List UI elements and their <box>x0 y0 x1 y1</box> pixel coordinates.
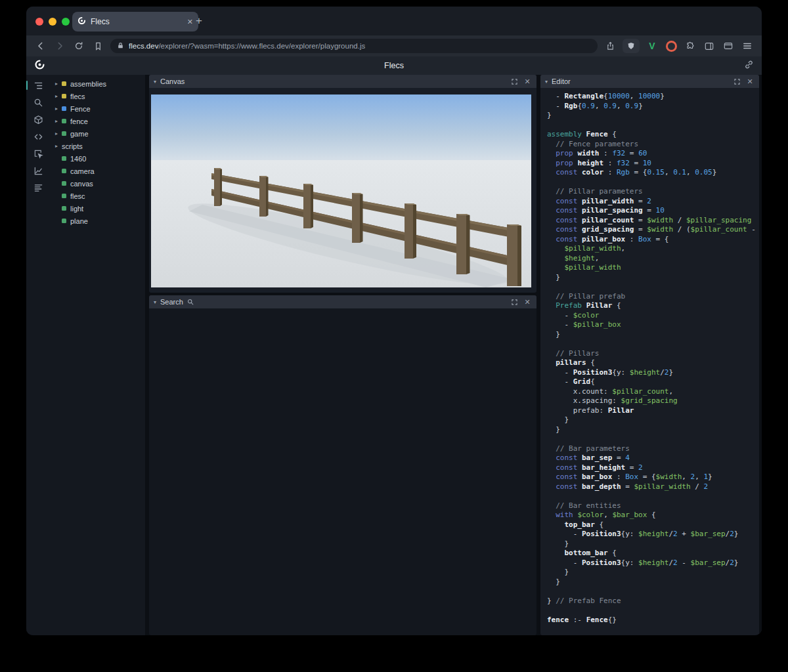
code-line: } <box>547 111 759 121</box>
url-path: /explorer/?wasm=https://www.flecs.dev/ex… <box>158 42 365 50</box>
tree-item-Fence[interactable]: ▸Fence <box>50 102 145 115</box>
forward-button[interactable] <box>53 39 66 52</box>
tree-chevron-icon: ▸ <box>55 106 62 112</box>
tab-close-icon[interactable]: ✕ <box>187 18 193 26</box>
code-line: with $color, $bar_box { <box>547 511 759 520</box>
code-line: x.count: $pillar_count, <box>547 387 759 397</box>
wallet-icon[interactable] <box>722 39 735 52</box>
tree-item-1460[interactable]: 1460 <box>50 152 145 165</box>
bookmark-icon[interactable] <box>91 39 104 52</box>
share-link-icon[interactable] <box>744 60 754 72</box>
v-extension-icon[interactable]: V <box>646 39 659 52</box>
close-panel-icon[interactable]: ✕ <box>523 77 532 86</box>
canvas-panel: ▾ Canvas ✕ <box>149 75 536 293</box>
tree-item-canvas[interactable]: canvas <box>50 177 145 190</box>
code-line: const bar_height = 2 <box>547 463 759 473</box>
entity-color-square <box>62 169 66 173</box>
tree-item-scripts[interactable]: ▸scripts <box>50 140 145 152</box>
code-line: - Rectangle{10000, 10000} <box>547 92 759 102</box>
code-line: const color : Rgb = {0.15, 0.1, 0.05} <box>547 168 759 178</box>
code-line: - Rgb{0.9, 0.9, 0.9} <box>547 102 759 112</box>
collapse-chevron-icon[interactable]: ▾ <box>154 299 156 305</box>
3d-viewport[interactable] <box>151 94 531 287</box>
code-line <box>547 492 759 501</box>
code-line: $pillar_width <box>547 263 759 273</box>
editor-panel-header: ▾ Editor ✕ <box>540 75 759 88</box>
code-line: } <box>547 539 759 549</box>
tree-item-label: light <box>70 205 83 213</box>
tree-item-camera[interactable]: camera <box>50 165 145 177</box>
inspect-icon[interactable] <box>30 148 47 159</box>
tree-icon[interactable] <box>30 80 47 91</box>
tree-item-assemblies[interactable]: ▸assemblies <box>50 77 145 90</box>
entity-tree-panel: ▸assemblies▸flecs▸Fence▸fence▸game▸scrip… <box>50 75 145 635</box>
code-line: top_bar { <box>547 520 759 530</box>
code-line: fence :- Fence{} <box>547 616 759 625</box>
code-line: } <box>547 578 759 587</box>
expand-panel-icon[interactable] <box>510 77 519 86</box>
collapse-chevron-icon[interactable]: ▾ <box>545 79 548 85</box>
reload-button[interactable] <box>72 39 85 52</box>
new-tab-button[interactable]: + <box>196 14 202 28</box>
code-line: prop height : f32 = 10 <box>547 159 759 169</box>
code-line <box>547 339 759 349</box>
search-panel-body[interactable] <box>149 308 536 635</box>
url-text: flecs.dev/explorer/?wasm=https://www.fle… <box>129 42 365 50</box>
shield-icon[interactable] <box>623 39 640 53</box>
flecs-favicon-icon <box>77 16 86 28</box>
tree-item-flecs[interactable]: ▸flecs <box>50 90 145 102</box>
tab-title: Flecs <box>91 17 183 26</box>
circle-extension-icon[interactable] <box>665 39 678 52</box>
share-icon[interactable] <box>603 39 617 52</box>
entity-color-square <box>62 219 66 223</box>
entity-color-square <box>62 94 66 98</box>
url-bar[interactable]: flecs.dev/explorer/?wasm=https://www.fle… <box>110 39 598 53</box>
code-line <box>547 282 759 292</box>
zoom-window-button[interactable] <box>62 18 70 26</box>
cube-icon[interactable] <box>30 114 47 125</box>
extensions-puzzle-icon[interactable] <box>684 39 697 52</box>
code-icon[interactable] <box>30 131 47 142</box>
app-header: Flecs <box>26 56 762 75</box>
tree-item-light[interactable]: light <box>50 202 145 215</box>
chart-icon[interactable] <box>30 165 47 176</box>
back-button[interactable] <box>34 39 47 52</box>
url-host: flecs.dev <box>129 42 158 50</box>
code-line: const pillar_width = 2 <box>547 197 759 207</box>
editor-panel: ▾ Editor ✕ - Rectangle{10000, 10000} - R… <box>540 75 759 635</box>
code-line <box>547 606 759 616</box>
tree-item-label: flecs <box>70 93 85 100</box>
code-editor[interactable]: - Rectangle{10000, 10000} - Rgb{0.9, 0.9… <box>540 88 759 635</box>
tree-item-label: scripts <box>62 142 83 150</box>
stats-icon[interactable] <box>30 182 47 193</box>
lock-icon <box>117 40 124 52</box>
search-icon[interactable] <box>30 97 47 108</box>
minimize-window-button[interactable] <box>49 18 56 26</box>
tree-item-game[interactable]: ▸game <box>50 127 145 140</box>
search-magnifier-icon <box>187 296 194 308</box>
close-window-button[interactable] <box>35 18 43 26</box>
tree-item-plane[interactable]: plane <box>50 215 145 227</box>
tree-item-fence[interactable]: ▸fence <box>50 115 145 127</box>
tree-item-label: assemblies <box>70 80 106 88</box>
tree-item-label: game <box>70 130 89 138</box>
entity-color-square <box>62 119 66 123</box>
close-panel-icon[interactable]: ✕ <box>523 297 532 306</box>
close-panel-icon[interactable]: ✕ <box>745 77 755 86</box>
sidebar-toggle-icon[interactable] <box>703 39 716 52</box>
menu-icon[interactable] <box>741 39 754 52</box>
tree-item-flesc[interactable]: flesc <box>50 190 145 202</box>
search-panel-header: ▾ Search ✕ <box>149 295 536 308</box>
code-line: } <box>547 330 759 340</box>
code-line: // Bar entities <box>547 501 759 511</box>
collapse-chevron-icon[interactable]: ▾ <box>154 79 156 85</box>
expand-panel-icon[interactable] <box>732 77 741 86</box>
code-line <box>547 178 759 188</box>
code-line <box>547 434 759 444</box>
code-line: // Fence parameters <box>547 140 759 150</box>
entity-color-square <box>62 194 66 198</box>
code-line: const bar_sep = 4 <box>547 453 759 463</box>
browser-tab[interactable]: Flecs ✕ <box>72 12 198 32</box>
expand-panel-icon[interactable] <box>510 297 519 306</box>
tree-item-label: flesc <box>70 192 85 200</box>
